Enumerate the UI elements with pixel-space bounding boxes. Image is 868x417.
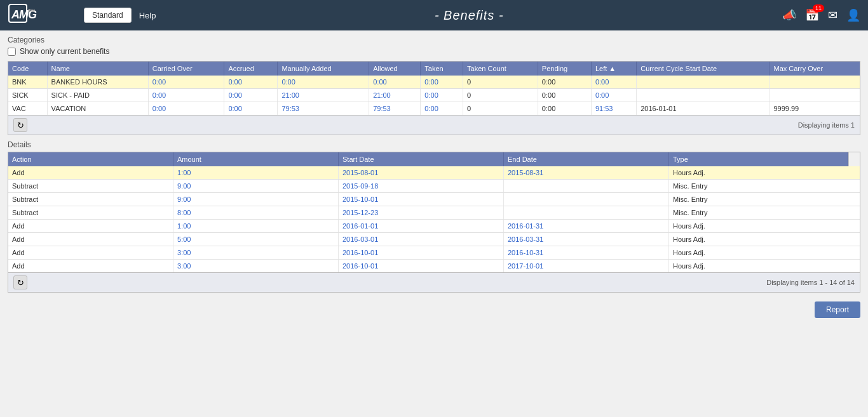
details-cell-amount: 8:00 [173,206,339,219]
details-footer: ↻ Displaying items 1 - 14 of 14 [8,272,860,292]
svg-text:time: time [28,8,36,13]
categories-row[interactable]: VACVACATION0:000:0079:5379:530:0000:0091… [8,102,860,116]
categories-row[interactable]: SICKSICK - PAID0:000:0021:0021:000:0000:… [8,89,860,102]
details-row[interactable]: Add5:002016-03-012016-03-31Hours Adj. [8,233,860,246]
cell-manually_added: 21:00 [278,89,369,102]
categories-footer: ↻ Displaying items 1 [8,115,860,135]
details-table-container: Action Amount Start Date End Date Type A… [8,152,860,293]
details-row[interactable]: Add3:002016-10-012017-10-01Hours Adj. [8,260,860,272]
cell-code: SICK [8,89,47,102]
details-cell-action: Add [8,166,173,179]
col-pending: Pending [538,62,591,76]
details-col-action: Action [8,152,173,166]
cell-max_carry [770,76,860,89]
details-row[interactable]: Add1:002015-08-012015-08-31Hours Adj. [8,166,860,180]
categories-table-container: Code Name Carried Over Accrued Manually … [8,61,860,135]
details-row[interactable]: Subtract9:002015-09-18Misc. Entry [8,180,860,193]
details-cell-amount: 3:00 [173,260,339,272]
cell-name: BANKED HOURS [47,76,148,89]
megaphone-icon[interactable]: 📣 [782,8,796,22]
details-col-end-date: End Date [504,152,669,166]
details-row[interactable]: Subtract9:002015-10-01Misc. Entry [8,193,860,206]
scrollbar-spacer [848,152,860,166]
col-taken-count: Taken Count [463,62,538,76]
report-button[interactable]: Report [815,301,860,318]
details-row[interactable]: Add1:002016-01-012016-01-31Hours Adj. [8,220,860,233]
cell-code: BNK [8,76,47,89]
details-refresh-button[interactable]: ↻ [13,275,27,289]
col-manually-added: Manually Added [278,62,369,76]
details-cell-action: Add [8,246,173,259]
help-link[interactable]: Help [139,11,156,20]
categories-header-row: Code Name Carried Over Accrued Manually … [8,62,860,76]
col-carried-over: Carried Over [148,62,224,76]
details-row[interactable]: Subtract8:002015-12-23Misc. Entry [8,206,860,220]
standard-button[interactable]: Standard [84,8,132,23]
cell-left: 0:00 [591,89,636,102]
cell-taken_count: 0 [463,102,538,116]
categories-row[interactable]: BNKBANKED HOURS0:000:000:000:000:0000:00… [8,76,860,89]
col-name: Name [47,62,148,76]
cell-pending: 0:00 [538,102,591,116]
details-cell-start_date: 2016-01-01 [339,220,504,232]
show-current-benefits-label[interactable]: Show only current benefits [20,47,109,56]
cell-allowed: 0:00 [369,76,421,89]
details-cell-amount: 9:00 [173,180,339,192]
cell-left: 91:53 [591,102,636,116]
details-row[interactable]: Add3:002016-10-012016-10-31Hours Adj. [8,246,860,260]
cell-name: SICK - PAID [47,89,148,102]
logo-text: AMG time [8,2,78,29]
details-cell-amount: 5:00 [173,233,339,246]
details-cell-end_date: 2016-03-31 [504,233,669,246]
details-cell-type: Hours Adj. [669,246,860,259]
calendar-icon[interactable]: 📅 11 [805,8,819,22]
details-cell-start_date: 2015-09-18 [339,180,504,192]
cell-carried_over: 0:00 [148,102,224,116]
notification-badge: 11 [813,4,824,12]
details-label: Details [8,140,860,149]
details-cell-start_date: 2016-10-01 [339,246,504,259]
app-header: AMG time Standard Help - Benefits - 📣 📅 … [0,0,868,30]
cell-max_carry [770,89,860,102]
details-cell-type: Hours Adj. [669,220,860,232]
user-icon[interactable]: 👤 [846,8,860,22]
details-cell-end_date: 2017-10-01 [504,260,669,272]
logo: AMG time [8,2,78,29]
categories-table: Code Name Carried Over Accrued Manually … [8,62,860,115]
details-cell-start_date: 2016-03-01 [339,233,504,246]
col-accrued: Accrued [224,62,278,76]
details-cell-end_date [504,206,669,219]
col-taken: Taken [421,62,463,76]
details-cell-type: Hours Adj. [669,260,860,272]
details-body[interactable]: Add1:002015-08-012015-08-31Hours Adj.Sub… [8,166,860,272]
cell-allowed: 21:00 [369,89,421,102]
details-cell-end_date [504,193,669,206]
details-col-type: Type [669,152,848,166]
details-cell-type: Misc. Entry [669,180,860,192]
details-cell-action: Subtract [8,193,173,206]
details-cell-end_date: 2016-01-31 [504,220,669,232]
categories-label: Categories [8,36,860,44]
details-cell-action: Add [8,260,173,272]
cell-cycle_start [637,76,770,89]
details-cell-action: Subtract [8,206,173,219]
show-current-benefits-checkbox[interactable] [8,48,16,56]
details-col-amount: Amount [173,152,339,166]
filter-row: Show only current benefits [8,47,860,56]
cell-taken: 0:00 [421,89,463,102]
details-cell-start_date: 2015-12-23 [339,206,504,219]
cell-carried_over: 0:00 [148,89,224,102]
email-icon[interactable]: ✉ [828,8,837,22]
details-cell-amount: 9:00 [173,193,339,206]
categories-refresh-button[interactable]: ↻ [13,118,27,132]
details-cell-type: Misc. Entry [669,193,860,206]
cell-max_carry: 9999.99 [770,102,860,116]
cell-code: VAC [8,102,47,116]
cell-cycle_start: 2016-01-01 [637,102,770,116]
cell-accrued: 0:00 [224,102,278,116]
details-col-start-date: Start Date [339,152,504,166]
page-title: - Benefits - [156,8,782,23]
cell-pending: 0:00 [538,89,591,102]
details-cell-end_date: 2015-08-31 [504,166,669,179]
details-cell-action: Add [8,233,173,246]
